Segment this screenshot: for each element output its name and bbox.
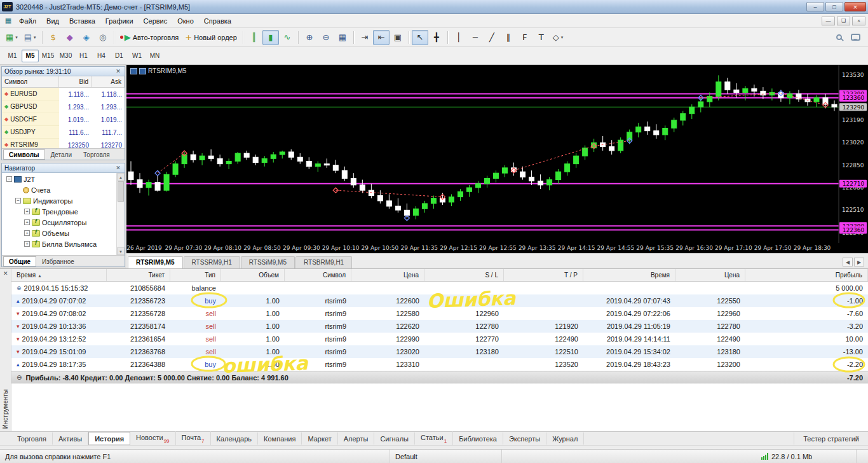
history-column-header-8[interactable]: Время — [583, 269, 675, 281]
table-row[interactable]: ▴2019.04.29 07:07:02212356723buy1.00rtsr… — [11, 294, 868, 307]
status-profile-selector[interactable]: Default — [390, 450, 502, 463]
history-column-header-4[interactable]: Символ — [285, 269, 351, 281]
maximize-button[interactable]: □ — [825, 2, 843, 11]
line-chart-button[interactable]: ∿ — [279, 30, 295, 45]
collapse-icon[interactable]: − — [6, 176, 12, 182]
toolbox-close-icon[interactable]: ✕ — [3, 270, 8, 277]
table-row[interactable]: ⊕2019.04.15 15:15:32210855684balance5 00… — [11, 282, 868, 294]
text-label-button[interactable]: T — [533, 30, 550, 45]
timeframe-m5[interactable]: M5 — [22, 50, 39, 62]
toolbox-tab-signals[interactable]: Сигналы — [374, 432, 415, 445]
chart-tab-rtsrim9-m5[interactable]: RTSRIM9,M5 — [128, 256, 183, 268]
market-watch-tab-trading[interactable]: Торговля — [78, 149, 116, 160]
toolbox-tab-assets[interactable]: Активы — [53, 432, 88, 445]
timeframe-mn[interactable]: MN — [146, 50, 163, 62]
zoom-in-button[interactable]: ⊕ — [301, 30, 318, 45]
market-watch-tab-symbols[interactable]: Символы — [3, 149, 45, 160]
toolbox-tab-articles[interactable]: Статьи1 — [415, 431, 453, 445]
expand-icon[interactable]: + — [24, 241, 30, 247]
child-restore-button[interactable]: ❏ — [837, 17, 850, 25]
search-icon[interactable] — [836, 34, 842, 40]
table-row[interactable]: ▾2019.04.29 13:12:52212361654sell1.00rts… — [11, 333, 868, 345]
tree-item[interactable]: −Индикаторы — [2, 195, 125, 206]
collapse-icon[interactable]: − — [15, 198, 21, 204]
chart-tab-rtssrm9-h1[interactable]: RTSSRM9,H1 — [184, 256, 240, 268]
navigator-scrollbar[interactable]: ▲ ▼ — [116, 173, 125, 255]
toolbox-tab-trade[interactable]: Торговля — [11, 432, 53, 445]
zoom-out-button[interactable]: ⊖ — [318, 30, 334, 45]
menu-window[interactable]: Окно — [172, 15, 199, 27]
table-row[interactable]: ▾2019.04.29 15:01:09212363768sell1.00rts… — [11, 345, 868, 358]
fibonacci-button[interactable]: F — [517, 30, 533, 45]
price-chart[interactable]: 1235301233601231901230201228501226801225… — [126, 65, 868, 253]
table-row[interactable]: ▾2019.04.29 10:13:36212358174sell1.00rts… — [11, 320, 868, 333]
tree-item[interactable]: −J2T — [2, 174, 125, 184]
mw-column-header-symbol[interactable]: Символ — [2, 76, 59, 87]
toolbox-toggle-button[interactable]: ◎ — [95, 30, 111, 45]
mw-column-header-ask[interactable]: Ask — [92, 76, 125, 87]
timeframe-h1[interactable]: H1 — [75, 50, 92, 62]
toolbox-tab-market[interactable]: Маркет — [302, 432, 337, 445]
crosshair-button[interactable]: ╋ — [428, 30, 445, 45]
prev-chart-tab-button[interactable]: ◀ — [843, 258, 853, 266]
next-chart-tab-button[interactable]: ▶ — [854, 258, 864, 266]
table-row[interactable]: ▴2019.04.29 18:17:35212364388buy1.00rtsr… — [11, 358, 868, 371]
market-watch-tab-details[interactable]: Детали — [45, 149, 78, 160]
trend-line-button[interactable]: ╱ — [484, 30, 500, 45]
cursor-button[interactable]: ↖ — [412, 30, 428, 45]
timeframe-h4[interactable]: H4 — [93, 50, 110, 62]
table-row[interactable]: ▾2019.04.29 07:08:02212356728sell1.00rts… — [11, 307, 868, 320]
history-column-header-5[interactable]: Цена — [351, 269, 424, 281]
menu-view[interactable]: Вид — [41, 15, 64, 27]
chat-icon[interactable] — [851, 34, 860, 41]
horizontal-line-button[interactable]: ─ — [467, 30, 484, 45]
market-watch-row[interactable]: ◆GBPUSD1.293...1.293... — [2, 100, 125, 113]
history-column-header-9[interactable]: Цена — [675, 269, 745, 281]
status-connection[interactable]: 22.8 / 0.1 Mb — [756, 450, 857, 463]
toolbox-tab-alerts[interactable]: Алерты — [338, 432, 375, 445]
minimize-button[interactable]: – — [806, 2, 824, 11]
history-column-header-1[interactable]: Тикет — [107, 269, 170, 281]
equidistant-channel-button[interactable]: ∥ — [500, 30, 517, 45]
toolbox-tab-company[interactable]: Компания — [258, 432, 302, 445]
history-column-header-3[interactable]: Объем — [221, 269, 285, 281]
menu-insert[interactable]: Вставка — [64, 15, 100, 27]
menu-charts[interactable]: Графики — [100, 15, 139, 27]
expand-icon[interactable]: + — [24, 209, 30, 214]
market-watch-close-icon[interactable]: ✕ — [114, 68, 122, 74]
market-watch-row[interactable]: ◆RTSRIM9123250123270 — [2, 139, 125, 148]
autotrade-button[interactable]: ▶Авто-торговля — [117, 30, 182, 45]
summary-collapse-icon[interactable]: ⊖ — [17, 374, 22, 381]
tree-item[interactable]: Счета — [2, 184, 125, 195]
new-order-button[interactable]: +Новый ордер — [182, 30, 240, 45]
scrollbar-thumb[interactable] — [118, 181, 124, 202]
data-window-button[interactable]: ◆ — [62, 30, 78, 45]
market-watch-row[interactable]: ◆USDCHF1.019...1.019... — [2, 113, 125, 126]
tree-item[interactable]: +Билла Вильямса — [2, 238, 125, 249]
tree-item[interactable]: +Объемы — [2, 228, 125, 238]
child-close-button[interactable]: × — [852, 17, 865, 25]
timeframe-m15[interactable]: M15 — [39, 50, 57, 62]
auto-scroll-button[interactable]: ⇥ — [356, 30, 373, 45]
shapes-button[interactable]: ◇▾ — [550, 30, 567, 45]
expand-icon[interactable]: + — [24, 230, 30, 236]
toolbox-tab-calendar[interactable]: Календарь — [211, 432, 259, 445]
docking-button[interactable]: ▣ — [390, 30, 406, 45]
vertical-line-button[interactable]: │ — [451, 30, 467, 45]
history-column-header-0[interactable]: Время▲ — [11, 269, 107, 281]
navigator-tab-favorites[interactable]: Избранное — [36, 256, 80, 266]
history-column-header-10[interactable]: Прибыль — [745, 269, 868, 281]
scroll-down-icon[interactable]: ▼ — [117, 247, 125, 255]
chart-profiles-button[interactable]: ▤▾ — [21, 30, 39, 45]
expand-icon[interactable]: + — [24, 219, 30, 225]
toolbox-tab-mail[interactable]: Почта7 — [176, 431, 211, 445]
menu-tools[interactable]: Сервис — [139, 15, 173, 27]
title-bar[interactable]: J2T 3020448 - Just2Trade-MT5: Демо-счет … — [0, 0, 868, 14]
timeframe-d1[interactable]: D1 — [111, 50, 128, 62]
tree-item[interactable]: +Трендовые — [2, 206, 125, 217]
navigator-toggle-button[interactable]: ◈ — [78, 30, 95, 45]
tile-windows-button[interactable]: ▦ — [334, 30, 351, 45]
history-column-header-2[interactable]: Тип — [170, 269, 221, 281]
timeframe-m30[interactable]: M30 — [57, 50, 74, 62]
mw-column-header-bid[interactable]: Bid — [59, 76, 92, 87]
